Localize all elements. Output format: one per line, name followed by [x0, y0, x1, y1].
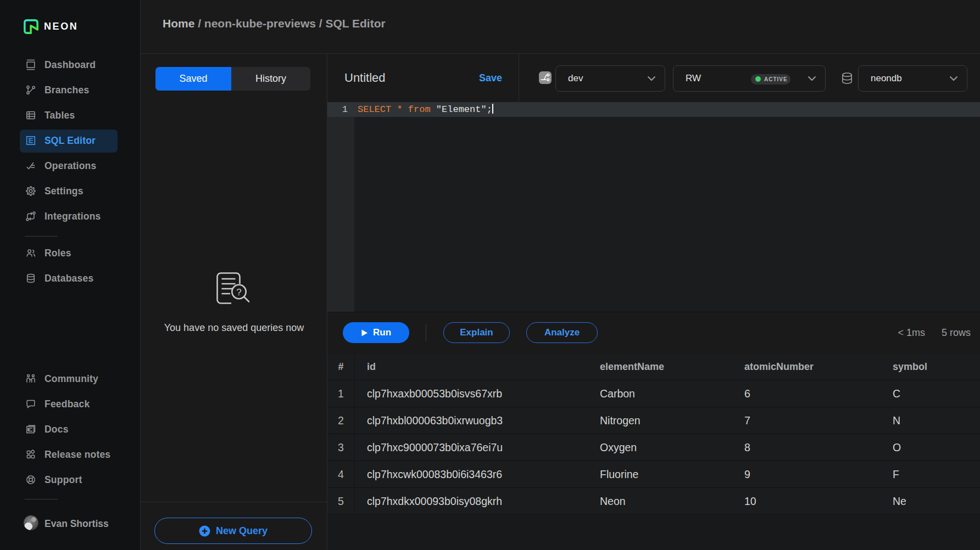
svg-text:?: ? [236, 287, 241, 298]
